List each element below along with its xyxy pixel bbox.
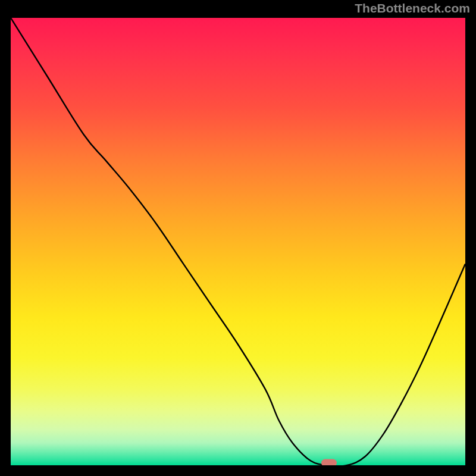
bottleneck-curve [11,18,465,465]
optimal-marker [321,459,337,465]
curve-svg [11,18,465,465]
watermark-text: TheBottleneck.com [355,1,470,15]
chart-container: TheBottleneck.com [0,0,476,476]
plot-area [11,18,465,465]
